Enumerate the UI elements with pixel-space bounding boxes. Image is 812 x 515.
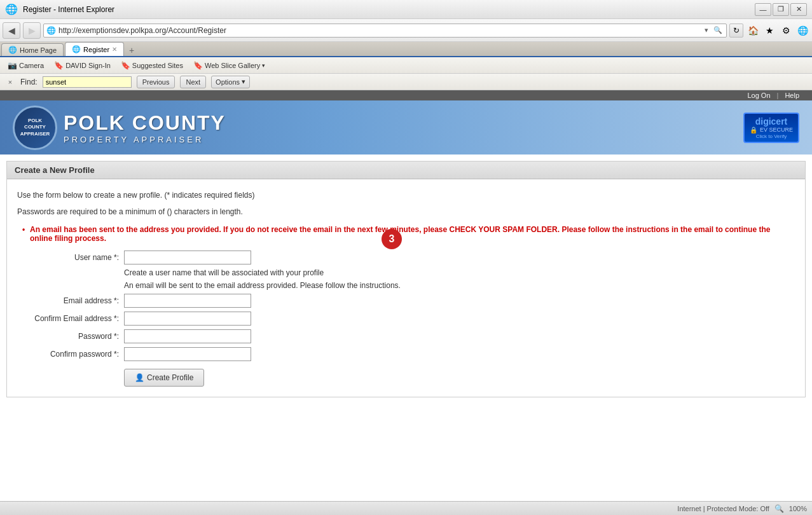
camera-icon: 📷 [8,61,17,70]
find-options-label: Options [216,78,240,86]
bookmark-webslice[interactable]: 🔖 Web Slice Gallery ▾ [191,60,268,71]
ie-logo-icon: 🌐 [5,3,18,15]
logon-link[interactable]: Log On [747,92,770,99]
nav-bar: ◀ ▶ 🌐 ▾ 🔍 ↻ 🏠 ★ ⚙ 🌐 [0,19,812,42]
tab-home-page[interactable]: 🌐 Home Page [1,43,64,56]
username-hint1: Create a user name that will be associat… [124,268,795,277]
email-label: Email address *: [17,296,119,305]
webslice-icon: 🔖 [193,61,203,70]
status-zone: Internet | Protected Mode: Off [677,505,769,512]
username-hint2: An email will be sent to the email addre… [124,281,795,290]
email-notice: An email has been sent to the address yo… [17,225,795,243]
bookmark-david[interactable]: 🔖 DAVID Sign-In [52,60,113,71]
title-bar-left: 🌐 Register - Internet Explorer [5,3,114,15]
site-title-h1: POLK COUNTY [64,111,226,135]
number-badge: 3 [382,229,402,249]
bookmarks-bar: 📷 Camera 🔖 DAVID Sign-In 🔖 Suggested Sit… [0,57,812,74]
tabs-bar: 🌐 Home Page 🌐 Register ✕ + [0,42,812,57]
tools-icon-btn[interactable]: ⚙ [779,24,793,38]
address-search-btn[interactable]: 🔍 [712,26,724,34]
form-desc-line2: Passwords are required to be a minimum o… [17,206,795,217]
email-row: Email address *: [17,294,795,308]
confirm-password-input[interactable] [124,347,251,361]
forward-button[interactable]: ▶ [23,22,41,39]
find-options-arrow: ▾ [242,78,245,86]
digicert-ev-label: EV SECURE [760,127,793,133]
ie-window: 🌐 Register - Internet Explorer — ❐ ✕ ◀ ▶… [0,0,812,515]
tab-home-label: Home Page [20,46,57,54]
password-row: Password *: [17,329,795,343]
right-icons: 🏠 ★ ⚙ 🌐 [746,24,809,38]
username-row: User name *: [17,251,795,264]
confirm-password-row: Confirm password *: [17,347,795,361]
email-input[interactable] [124,294,251,308]
bookmark-webslice-label: Web Slice Gallery [205,62,260,69]
find-input[interactable] [43,76,132,88]
site-title-h2: PROPERTY APPRAISER [64,135,226,144]
form-section-title: Create a New Profile [15,165,95,175]
david-icon: 🔖 [54,61,64,70]
home-icon-btn[interactable]: 🏠 [746,24,760,38]
tab-register[interactable]: 🌐 Register ✕ [65,42,124,56]
password-label: Password *: [17,332,119,341]
find-bar: × Find: Previous Next Options ▾ [0,74,812,90]
create-profile-label: Create Profile [147,373,193,382]
confirm-email-label: Confirm Email address *: [17,314,119,323]
create-profile-button[interactable]: 👤 Create Profile [124,369,204,387]
username-label: User name *: [17,253,119,262]
confirm-email-input[interactable] [124,312,251,326]
digicert-lock-icon: 🔒 [750,127,757,134]
number-badge-value: 3 [389,233,395,245]
form-desc-line1: Use the form below to create a new profi… [17,189,795,201]
back-button[interactable]: ◀ [3,22,20,39]
find-options-button[interactable]: Options ▾ [211,76,250,88]
address-input[interactable] [58,26,701,35]
tab-home-icon: 🌐 [8,46,17,54]
address-bar: 🌐 ▾ 🔍 [43,24,727,38]
site-logo: POLKCOUNTYAPPRAISER [13,106,57,150]
site-header-right: digicert 🔒 EV SECURE Click to Verify [743,113,799,143]
suggested-icon: 🔖 [121,61,130,70]
bookmark-camera[interactable]: 📷 Camera [5,60,46,71]
address-icon: 🌐 [46,26,56,35]
restore-button[interactable]: ❐ [773,3,789,16]
window-title: Register - Internet Explorer [23,5,114,14]
new-tab-button[interactable]: + [125,45,138,56]
webslice-dropdown-icon: ▾ [262,62,265,69]
digicert-badge[interactable]: digicert 🔒 EV SECURE Click to Verify [743,113,799,143]
site-title: POLK COUNTY PROPERTY APPRAISER [64,111,226,144]
site-header-left: POLKCOUNTYAPPRAISER POLK COUNTY PROPERTY… [13,106,226,150]
title-bar-controls: — ❐ ✕ [755,3,807,16]
close-button[interactable]: ✕ [790,3,807,16]
find-close-button[interactable]: × [5,77,15,87]
form-container: Create a New Profile Use the form below … [6,161,806,397]
create-profile-icon: 👤 [135,373,144,382]
ie-icon-btn[interactable]: 🌐 [795,24,809,38]
tab-register-icon: 🌐 [72,45,81,53]
page-content: Log On | Help POLKCOUNTYAPPRAISER POLK C… [0,90,812,501]
bookmark-camera-label: Camera [19,62,44,69]
form-header: Create a New Profile [7,161,805,179]
find-next-button[interactable]: Next [180,76,206,88]
address-dropdown-btn[interactable]: ▾ [703,26,710,34]
find-label: Find: [20,78,38,86]
title-bar: 🌐 Register - Internet Explorer — ❐ ✕ [0,0,812,19]
help-link[interactable]: Help [785,92,799,99]
password-input[interactable] [124,329,251,343]
bookmark-david-label: DAVID Sign-In [65,62,111,69]
digicert-click-label: Click to Verify [750,134,793,139]
zoom-level: 100% [789,505,807,512]
header-sep: | [777,92,779,99]
username-input[interactable] [124,251,251,264]
find-previous-button[interactable]: Previous [137,76,175,88]
minimize-button[interactable]: — [755,3,771,16]
tab-close-btn[interactable]: ✕ [112,46,117,53]
favorites-icon-btn[interactable]: ★ [762,24,776,38]
form-body: Use the form below to create a new profi… [7,179,805,397]
main-content: Create a New Profile Use the form below … [0,154,812,501]
bookmark-suggested[interactable]: 🔖 Suggested Sites [118,60,186,71]
zoom-icon: 🔍 [774,504,784,513]
refresh-button[interactable]: ↻ [729,24,743,38]
digicert-title: digicert [750,116,793,127]
status-bar: Internet | Protected Mode: Off 🔍 100% [0,501,812,515]
